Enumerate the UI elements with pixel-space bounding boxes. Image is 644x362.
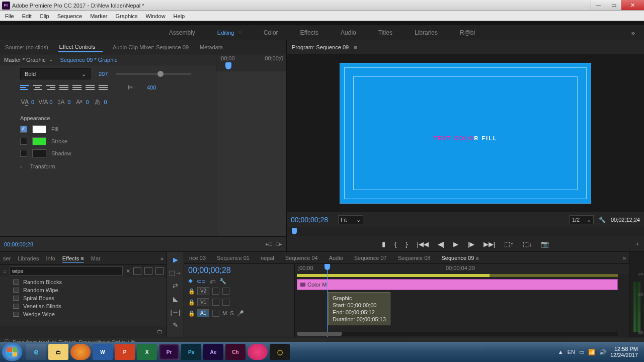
workspace-overflow-icon[interactable]: » bbox=[631, 29, 635, 37]
program-monitor[interactable]: TEXT COLOR FILL bbox=[287, 54, 644, 212]
twirl-icon[interactable]: › bbox=[20, 163, 22, 169]
menu-sequence[interactable]: Sequence bbox=[53, 12, 87, 20]
list-item[interactable]: Venetian Blinds bbox=[3, 302, 164, 310]
zoom-out-icon[interactable]: □▸ bbox=[276, 241, 282, 247]
fill-checkbox[interactable] bbox=[20, 126, 27, 133]
seq-tab[interactable]: Sequence 08 bbox=[396, 254, 433, 262]
list-item[interactable]: Random Wipe bbox=[3, 286, 164, 294]
playhead-icon[interactable] bbox=[225, 62, 231, 69]
new-bin-icon[interactable]: 🗀 bbox=[157, 328, 163, 334]
list-item[interactable]: Random Blocks bbox=[3, 278, 164, 286]
system-tray[interactable]: ▲ EN ▭ 📶 🔊 12:58 PM12/24/2017 bbox=[554, 346, 642, 358]
seq-tab[interactable]: Sequence 04 bbox=[283, 254, 320, 262]
tray-flag-icon[interactable]: ▭ bbox=[579, 349, 584, 355]
search-input[interactable] bbox=[10, 266, 123, 276]
timeline-tracks[interactable]: ;00;00 00;00;04;29 Color M Graphic Start… bbox=[295, 264, 629, 337]
pen-tool[interactable]: ✎ bbox=[171, 320, 181, 329]
stroke-checkbox[interactable] bbox=[20, 138, 27, 145]
tray-network-icon[interactable]: 📶 bbox=[588, 349, 595, 355]
tab-metadata[interactable]: Metadata bbox=[199, 43, 224, 52]
toggle-output-icon[interactable] bbox=[222, 299, 229, 306]
taskbar-app-icon[interactable] bbox=[248, 344, 268, 360]
menu-file[interactable]: File bbox=[1, 12, 18, 20]
work-area-bar[interactable] bbox=[297, 274, 618, 277]
seq-tab[interactable]: Sequence 09 ≡ bbox=[439, 254, 480, 262]
track-label[interactable]: A1 bbox=[197, 309, 209, 317]
video-canvas[interactable]: TEXT COLOR FILL bbox=[340, 63, 591, 204]
tray-volume-icon[interactable]: 🔊 bbox=[599, 349, 606, 355]
clear-search-icon[interactable]: ✕ bbox=[126, 268, 130, 275]
shadow-color-swatch[interactable] bbox=[32, 149, 46, 157]
mark-clip-button[interactable]: } bbox=[406, 240, 408, 248]
track-select-tool[interactable]: ⬚→ bbox=[171, 268, 181, 277]
filter-32-icon[interactable] bbox=[144, 267, 152, 275]
playhead[interactable] bbox=[327, 264, 328, 337]
font-size-slider[interactable] bbox=[116, 73, 191, 75]
tab-info[interactable]: Info bbox=[46, 255, 55, 261]
filter-yuv-icon[interactable] bbox=[155, 267, 164, 275]
track-header-v2[interactable]: 🔒 V2 bbox=[184, 286, 294, 297]
toggle-output-icon[interactable] bbox=[222, 288, 229, 295]
go-to-in-button[interactable]: |◀◀ bbox=[417, 240, 429, 248]
razor-tool[interactable]: ◣ bbox=[171, 294, 181, 303]
menu-clip[interactable]: Clip bbox=[36, 12, 53, 20]
taskbar-powerpoint-icon[interactable]: P bbox=[115, 344, 135, 360]
tab-markers[interactable]: Mar bbox=[91, 255, 101, 261]
menu-marker[interactable]: Marker bbox=[86, 12, 111, 20]
lock-icon[interactable]: 🔒 bbox=[188, 288, 194, 295]
settings-icon[interactable]: 🔧 bbox=[599, 217, 606, 223]
justify-center-button[interactable] bbox=[72, 83, 82, 92]
start-button[interactable] bbox=[2, 343, 22, 361]
overflow-icon[interactable]: » bbox=[160, 255, 164, 261]
play-button[interactable]: ▶ bbox=[453, 240, 458, 248]
close-button[interactable]: ✕ bbox=[621, 0, 644, 10]
seq-tab[interactable]: nce 03 bbox=[187, 254, 208, 262]
taskbar-aftereffects-icon[interactable]: Ae bbox=[203, 344, 223, 360]
font-size-value[interactable]: 207 bbox=[99, 71, 108, 77]
timeline-clip[interactable]: Color M bbox=[297, 279, 618, 290]
master-clip-label[interactable]: Master * Graphic bbox=[4, 57, 46, 63]
tray-lang[interactable]: EN bbox=[568, 349, 575, 355]
align-center-button[interactable] bbox=[33, 83, 42, 92]
seq-tab[interactable]: Sequence 01 bbox=[215, 254, 252, 262]
taskbar-ie-icon[interactable]: e bbox=[26, 344, 46, 360]
workspace-editing[interactable]: Editing≡ bbox=[213, 27, 246, 38]
voiceover-icon[interactable]: 🎤 bbox=[237, 310, 244, 317]
taskbar-premiere-icon[interactable]: Pr bbox=[159, 344, 179, 360]
snap-icon[interactable]: ✱ bbox=[188, 278, 193, 285]
playhead-icon[interactable] bbox=[292, 228, 297, 234]
panel-menu-icon[interactable]: ≡ bbox=[238, 30, 241, 36]
taskbar-excel-icon[interactable]: X bbox=[137, 344, 157, 360]
track-label[interactable]: V1 bbox=[197, 298, 209, 306]
mark-out-button[interactable]: { bbox=[394, 240, 396, 248]
minimize-button[interactable]: — bbox=[591, 0, 606, 10]
kerning-value[interactable]: 0 bbox=[31, 99, 34, 105]
justify-all-button[interactable] bbox=[99, 83, 108, 92]
panel-menu-icon[interactable]: ≡ bbox=[354, 44, 357, 50]
workspace-audio[interactable]: Audio bbox=[337, 27, 360, 38]
justify-left-button[interactable] bbox=[59, 83, 68, 92]
seq-tab[interactable]: Sequence 07 bbox=[352, 254, 389, 262]
leading-value[interactable]: 0 bbox=[67, 99, 70, 105]
mute-button[interactable]: M bbox=[222, 310, 227, 316]
menu-edit[interactable]: Edit bbox=[18, 12, 36, 20]
seq-tab[interactable]: nepal bbox=[259, 254, 276, 262]
tracking-value[interactable]: 400 bbox=[147, 84, 156, 90]
tab-effect-controls[interactable]: Effect Controls≡ bbox=[58, 42, 103, 52]
overflow-icon[interactable]: » bbox=[623, 255, 626, 261]
time-ruler[interactable]: ;00;00 00;00;04;29 bbox=[295, 264, 629, 274]
list-item[interactable]: Wedge Wipe bbox=[3, 310, 164, 318]
chevron-down-icon[interactable]: ⌄ bbox=[49, 56, 53, 63]
zoom-in-icon[interactable]: ▸□ bbox=[266, 241, 272, 247]
step-back-button[interactable]: ◀| bbox=[438, 240, 444, 248]
menu-graphics[interactable]: Graphics bbox=[111, 12, 141, 20]
sequence-clip-label[interactable]: Sequence 09 * Graphic bbox=[60, 57, 118, 63]
program-timecode[interactable]: 00;00;00;28 bbox=[291, 216, 328, 224]
go-to-out-button[interactable]: ▶▶| bbox=[484, 240, 495, 248]
filter-fx-icon[interactable] bbox=[133, 267, 141, 275]
taskbar-app-icon[interactable]: ◯ bbox=[270, 344, 290, 360]
solo-button[interactable]: S bbox=[230, 310, 233, 316]
effect-mini-timeline[interactable]: ;00;0000;00;0 bbox=[216, 54, 286, 251]
timeline-timecode[interactable]: 00;00;00;28 bbox=[184, 264, 294, 277]
settings-icon[interactable]: 🔧 bbox=[219, 278, 226, 285]
